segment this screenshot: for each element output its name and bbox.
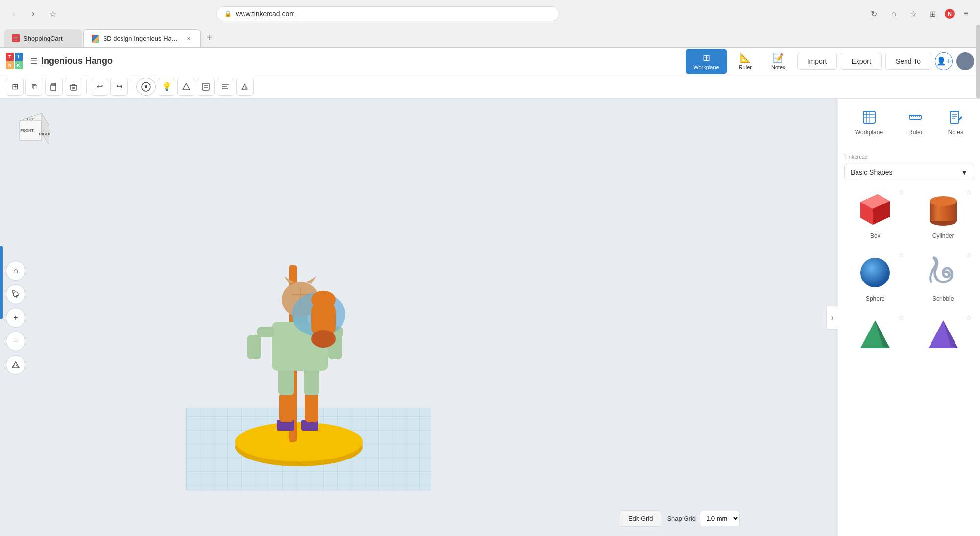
pyramid-green-favorite-star[interactable]: ☆ xyxy=(898,314,905,322)
svg-rect-10 xyxy=(202,83,209,90)
address-bar[interactable]: 🔒 www.tinkercad.com xyxy=(216,6,559,21)
shape-scribble[interactable]: ☆ Scribble xyxy=(912,249,975,306)
svg-point-57 xyxy=(311,330,336,348)
orientation-cube[interactable]: TOP FRONT RIGHT xyxy=(10,108,54,154)
figure-svg xyxy=(186,197,431,491)
svg-marker-21 xyxy=(42,113,49,145)
export-button[interactable]: Export xyxy=(841,53,881,70)
back-button[interactable]: ‹ xyxy=(6,6,22,22)
svg-text:FRONT: FRONT xyxy=(20,128,34,133)
ruler-button[interactable]: 📐 Ruler xyxy=(731,49,760,74)
lock-icon: 🔒 xyxy=(224,10,232,17)
panel-ruler-button[interactable]: Ruler xyxy=(901,106,931,140)
panel-notes-button[interactable]: Notes xyxy=(940,106,971,140)
viewport[interactable]: TOP FRONT RIGHT ⌂ + − xyxy=(0,99,838,536)
notes-button[interactable]: 📝 Notes xyxy=(763,49,793,74)
tab-shopping[interactable]: 🛒 ShoppingCart xyxy=(4,29,82,47)
shape-pyramid-purple[interactable]: ☆ xyxy=(912,312,975,362)
box-label: Box xyxy=(870,232,881,239)
copy-button[interactable]: ⧉ xyxy=(25,78,43,96)
add-person-button[interactable]: 👤+ xyxy=(935,52,953,70)
send-to-button[interactable]: Send To xyxy=(885,53,931,70)
svg-marker-16 xyxy=(245,83,248,90)
svg-rect-69 xyxy=(950,111,959,123)
tab-title-shopping: ShoppingCart xyxy=(24,35,74,42)
menu-button[interactable]: ≡ xyxy=(958,6,974,22)
shape-box[interactable]: ☆ Box xyxy=(844,186,906,243)
forward-button[interactable]: › xyxy=(25,6,41,22)
sphere-favorite-star[interactable]: ☆ xyxy=(898,251,905,259)
logo-i: I xyxy=(15,53,23,61)
light-button[interactable]: 💡 xyxy=(158,78,175,96)
import-button[interactable]: Import xyxy=(797,53,837,70)
panel-notes-label: Notes xyxy=(948,129,963,136)
shape-cylinder[interactable]: ☆ xyxy=(912,186,975,243)
url-text: www.tinkercad.com xyxy=(236,10,295,18)
home-view-button[interactable]: ⌂ xyxy=(6,261,25,281)
tab-tinkercad[interactable]: 3D design Ingenious Hang... × xyxy=(83,29,201,47)
separator-1 xyxy=(86,80,87,94)
snap-grid-control: Snap Grid 1.0 mm 0.5 mm 2.0 mm xyxy=(667,511,740,526)
add-tab-button[interactable]: + xyxy=(202,29,218,45)
toolbar: ⊞ ⧉ ↩ ↪ 💡 xyxy=(0,75,980,99)
toolbar-group-1: ⊞ ⧉ xyxy=(6,78,82,96)
snap-grid-select[interactable]: 1.0 mm 0.5 mm 2.0 mm xyxy=(700,511,740,526)
undo-button[interactable]: ↩ xyxy=(91,78,108,96)
zoom-out-button[interactable]: − xyxy=(6,332,25,351)
separator-2 xyxy=(132,80,132,94)
panel-collapse-button[interactable]: › xyxy=(826,306,838,330)
notification-badge[interactable]: N xyxy=(945,9,955,19)
shapes-category-label: Tinkercad xyxy=(844,154,868,160)
new-shape-button[interactable]: ⊞ xyxy=(6,78,24,96)
left-toolbar: ⌂ + − xyxy=(6,261,25,375)
user-avatar[interactable] xyxy=(956,52,974,70)
shapes-button[interactable] xyxy=(177,78,195,96)
tab-title-tinkercad: 3D design Ingenious Hang... xyxy=(103,35,181,42)
notes-toolbar-button[interactable] xyxy=(197,78,215,96)
logo-t: T xyxy=(6,53,14,61)
perspective-button[interactable] xyxy=(6,355,25,375)
tab-close-button[interactable]: × xyxy=(185,35,193,43)
notes-label: Notes xyxy=(771,64,785,70)
camera-button[interactable] xyxy=(136,78,156,96)
app-title-section: ☰ Ingenious Hango xyxy=(30,56,113,66)
delete-button[interactable] xyxy=(65,78,82,96)
app: T I N K ☰ Ingenious Hango ⊞ Workplane 📐 … xyxy=(0,48,980,536)
bookmark-star-button[interactable]: ☆ xyxy=(906,6,921,22)
shape-pyramid-green[interactable]: ☆ xyxy=(844,312,906,362)
workplane-label: Workplane xyxy=(693,64,719,70)
sphere-icon xyxy=(856,253,895,292)
panel-workplane-button[interactable]: Workplane xyxy=(847,106,891,140)
extensions-button[interactable]: ⊞ xyxy=(925,6,941,22)
edit-grid-button[interactable]: Edit Grid xyxy=(620,510,662,527)
browser-actions: ↻ ⌂ ☆ ⊞ N ≡ xyxy=(866,6,974,22)
header-user: 👤+ xyxy=(935,52,974,70)
scribble-favorite-star[interactable]: ☆ xyxy=(966,251,972,259)
notes-icon: 📝 xyxy=(773,52,784,63)
header-right: ⊞ Workplane 📐 Ruler 📝 Notes Import Expor… xyxy=(686,49,974,74)
box-favorite-star[interactable]: ☆ xyxy=(898,188,905,196)
refresh-button[interactable]: ↻ xyxy=(866,6,882,22)
shape-sphere[interactable]: ☆ xyxy=(844,249,906,306)
fit-view-button[interactable] xyxy=(6,284,25,304)
redo-button[interactable]: ↪ xyxy=(110,78,128,96)
cylinder-favorite-star[interactable]: ☆ xyxy=(966,188,972,196)
zoom-in-button[interactable]: + xyxy=(6,308,25,328)
svg-rect-44 xyxy=(257,327,274,337)
svg-point-80 xyxy=(930,196,957,206)
home-button[interactable]: ⌂ xyxy=(886,6,902,22)
workplane-button[interactable]: ⊞ Workplane xyxy=(686,49,727,74)
svg-marker-9 xyxy=(183,83,190,90)
pyramid-green-icon xyxy=(856,316,895,355)
shapes-dropdown[interactable]: Basic Shapes ▼ xyxy=(844,164,974,180)
pyramid-purple-favorite-star[interactable]: ☆ xyxy=(966,314,972,322)
svg-rect-40 xyxy=(305,393,318,422)
align-button[interactable] xyxy=(217,78,234,96)
svg-point-81 xyxy=(860,258,890,287)
paste-button[interactable] xyxy=(45,78,63,96)
app-logo: T I N K xyxy=(6,53,23,70)
bookmark-button[interactable]: ☆ xyxy=(45,6,61,22)
app-title: Ingenious Hango xyxy=(41,56,113,66)
mirror-button[interactable] xyxy=(236,78,254,96)
svg-rect-45 xyxy=(247,335,261,359)
